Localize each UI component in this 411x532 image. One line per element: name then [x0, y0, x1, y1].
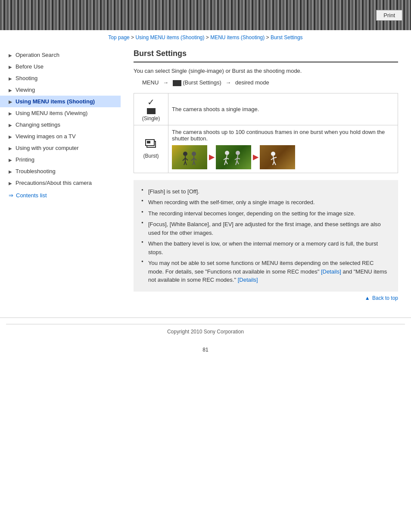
details-link-1[interactable]: [Details]: [321, 268, 341, 275]
intro-text: You can select Single (single-image) or …: [134, 68, 398, 74]
sidebar-item-before-use[interactable]: ▶ Before Use: [0, 61, 121, 72]
svg-point-13: [225, 151, 229, 155]
svg-line-17: [224, 161, 226, 165]
copyright-text: Copyright 2010 Sony Corporation: [167, 329, 244, 335]
print-button[interactable]: Print: [376, 10, 402, 21]
header-bar: Print: [0, 0, 411, 30]
arrow-icon: ▶: [9, 65, 13, 69]
content-area: Burst Settings You can select Single (si…: [121, 45, 411, 309]
burst-desc-cell: The camera shoots up to 100 continuous f…: [168, 125, 398, 173]
arrow-icon: ▶: [9, 134, 13, 139]
burst-image-1: [172, 145, 207, 169]
sidebar-item-computer[interactable]: ▶ Using with your computer: [0, 142, 121, 154]
page-number: 81: [0, 341, 411, 359]
notes-box: [Flash] is set to [Off]. When recording …: [134, 180, 398, 292]
table-row-single: ✓ (Single) The camera shoots a single im…: [134, 93, 398, 125]
back-to-top-link[interactable]: ▲ Back to top: [365, 295, 398, 301]
sidebar-item-operation-search[interactable]: ▶ Operation Search: [0, 49, 121, 61]
note-3: The recording interval becomes longer, d…: [141, 208, 390, 219]
single-label: (Single): [142, 115, 160, 121]
single-icon-cell: ✓ (Single): [134, 93, 168, 125]
note-4: [Focus], [White Balance], and [EV] are a…: [141, 219, 390, 238]
svg-line-24: [237, 161, 239, 164]
burst-image-2: [216, 145, 251, 169]
burst-settings-table: ✓ (Single) The camera shoots a single im…: [134, 93, 398, 173]
sidebar-item-viewing-tv[interactable]: ▶ Viewing images on a TV: [0, 131, 121, 142]
svg-line-23: [236, 161, 237, 165]
sidebar-item-changing-settings[interactable]: ▶ Changing settings: [0, 119, 121, 131]
arrow-icon: ▶: [9, 53, 13, 57]
arrow-icon: ▶: [9, 181, 13, 185]
svg-point-1: [183, 152, 187, 156]
sidebar-item-shooting[interactable]: ▶ Shooting: [0, 72, 121, 84]
footer: Copyright 2010 Sony Corporation: [0, 317, 411, 341]
burst-images: ▶: [172, 145, 394, 169]
svg-line-30: [274, 162, 276, 165]
sidebar-item-using-menu-viewing[interactable]: ▶ Using MENU items (Viewing): [0, 107, 121, 119]
svg-rect-0: [177, 149, 202, 166]
main-layout: ▶ Operation Search ▶ Before Use ▶ Shooti…: [0, 45, 411, 309]
svg-line-18: [226, 161, 227, 164]
svg-line-6: [185, 162, 187, 165]
svg-line-22: [237, 158, 240, 159]
note-6: You may not be able to set some function…: [141, 258, 390, 286]
arrow-icon: ▶: [9, 111, 13, 115]
details-link-2[interactable]: [Details]: [238, 277, 258, 283]
table-row-burst: (Burst) The camera shoots up to 100 cont…: [134, 125, 398, 173]
svg-point-7: [192, 152, 196, 156]
menu-line: MENU → (Burst Settings) → desired mode: [142, 79, 398, 86]
arrow-icon: ▶: [9, 146, 13, 150]
runners-svg-1: [177, 149, 202, 166]
svg-point-25: [271, 152, 275, 156]
breadcrumb-burst[interactable]: Burst Settings: [271, 34, 303, 40]
menu-arrow-icon: →: [163, 79, 168, 86]
single-desc-cell: The camera shoots a single image.: [168, 93, 398, 125]
single-mode-icon: [147, 108, 156, 114]
burst-icon-cell: (Burst): [134, 125, 168, 173]
breadcrumb-using-menu[interactable]: Using MENU items (Shooting): [135, 34, 204, 40]
notes-list: [Flash] is set to [Off]. When recording …: [141, 186, 390, 286]
arrow-icon: ▶: [9, 100, 13, 104]
arrow-icon: ▶: [9, 76, 13, 81]
svg-line-12: [194, 162, 195, 165]
burst-mode-icon: [145, 139, 157, 150]
page-title: Burst Settings: [134, 49, 398, 62]
svg-line-28: [274, 157, 277, 158]
breadcrumb-top[interactable]: Top page: [108, 34, 129, 40]
breadcrumb-menu-items[interactable]: MENU items (Shooting): [210, 34, 265, 40]
sidebar: ▶ Operation Search ▶ Before Use ▶ Shooti…: [0, 45, 121, 309]
checkmark-icon: ✓: [147, 97, 155, 107]
note-2: When recording with the self-timer, only…: [141, 197, 390, 208]
arrow-icon: ▶: [9, 88, 13, 92]
note-1: [Flash] is set to [Off].: [141, 186, 390, 197]
breadcrumb: Top page > Using MENU items (Shooting) >…: [0, 30, 411, 45]
arrow-icon: ▶: [9, 123, 13, 127]
sidebar-item-viewing[interactable]: ▶ Viewing: [0, 84, 121, 96]
sidebar-item-troubleshooting[interactable]: ▶ Troubleshooting: [0, 165, 121, 177]
sidebar-item-using-menu-shooting[interactable]: ▶ Using MENU items (Shooting): [0, 96, 121, 107]
menu-icon: [173, 80, 181, 86]
note-5: When the battery level is low, or when t…: [141, 238, 390, 258]
contents-arrow-icon: ⇒: [9, 192, 13, 199]
burst-label: (Burst): [143, 153, 159, 159]
svg-point-19: [236, 151, 240, 155]
arrow-icon: ▶: [9, 158, 13, 162]
runners-svg-2: [221, 149, 246, 166]
burst-image-3: [260, 145, 295, 169]
burst-arrow-2: ▶: [253, 153, 258, 161]
sidebar-item-precautions[interactable]: ▶ Precautions/About this camera: [0, 177, 121, 189]
burst-arrow-1: ▶: [209, 153, 214, 161]
sidebar-item-printing[interactable]: ▶ Printing: [0, 154, 121, 165]
runners-svg-3: [265, 149, 290, 166]
contents-list-link[interactable]: ⇒ Contents list: [0, 189, 121, 202]
arrow-icon: ▶: [9, 169, 13, 174]
back-to-top: ▲ Back to top: [134, 292, 398, 305]
back-to-top-arrow-icon: ▲: [365, 295, 370, 301]
menu-arrow-icon-2: →: [225, 79, 231, 86]
